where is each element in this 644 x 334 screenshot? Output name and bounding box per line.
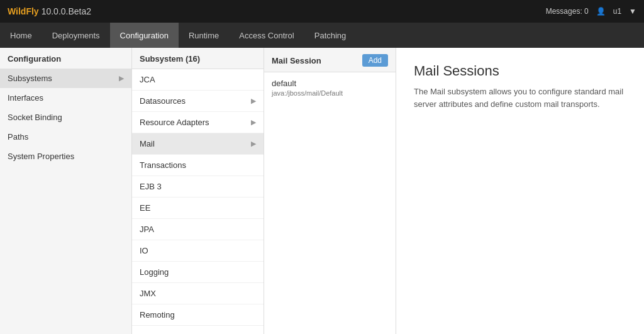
user-dropdown-icon[interactable]: ▼ xyxy=(629,7,636,16)
navbar: Home Deployments Configuration Runtime A… xyxy=(0,23,644,48)
mail-session-item-default[interactable]: default java:/jboss/mail/Default xyxy=(264,72,396,103)
subsystem-transactions-label: Transactions xyxy=(140,160,186,170)
nav-configuration[interactable]: Configuration xyxy=(110,23,179,48)
sidebar-item-subsystems[interactable]: Subsystems ▶ xyxy=(0,69,131,88)
sidebar-socket-binding-label: Socket Binding xyxy=(8,113,62,122)
mail-session-path: java:/jboss/mail/Default xyxy=(272,89,388,97)
sidebar-header: Configuration xyxy=(0,48,131,69)
subsystem-remoting-label: Remoting xyxy=(140,310,175,320)
mail-session-title: Mail Session xyxy=(272,56,321,65)
sidebar-item-paths[interactable]: Paths xyxy=(0,127,131,147)
subsystem-item-ejb3[interactable]: EJB 3 xyxy=(132,176,264,198)
mail-session-panel: Mail Session Add default java:/jboss/mai… xyxy=(264,48,396,334)
subsystem-item-remoting[interactable]: Remoting xyxy=(132,304,264,326)
brand-wildfly: WildFly xyxy=(8,6,39,16)
subsystem-item-logging[interactable]: Logging xyxy=(132,262,264,283)
subsystem-header: Subsystem (16) xyxy=(132,48,264,69)
topbar-left: WildFly10.0.0.Beta2 xyxy=(8,6,91,16)
main-layout: Configuration Subsystems ▶ Interfaces So… xyxy=(0,48,644,334)
content-description: The Mail subsystem allows you to configu… xyxy=(414,86,626,110)
sidebar-item-socket-binding[interactable]: Socket Binding xyxy=(0,108,131,127)
chevron-right-icon: ▶ xyxy=(251,140,256,148)
user-icon: 👤 xyxy=(596,7,606,16)
subsystem-item-transactions[interactable]: Transactions xyxy=(132,155,264,176)
subsystem-jca-label: JCA xyxy=(140,75,155,84)
subsystem-jmx-label: JMX xyxy=(140,289,156,298)
subsystem-ee-label: EE xyxy=(140,203,150,213)
nav-runtime[interactable]: Runtime xyxy=(179,23,229,48)
sidebar: Configuration Subsystems ▶ Interfaces So… xyxy=(0,48,132,334)
subsystem-item-io[interactable]: IO xyxy=(132,240,264,262)
subsystem-io-label: IO xyxy=(140,246,148,255)
subsystem-logging-label: Logging xyxy=(140,267,169,277)
sidebar-system-properties-label: System Properties xyxy=(8,152,74,161)
subsystem-jpa-label: JPA xyxy=(140,225,154,234)
mail-session-name: default xyxy=(272,79,388,88)
mail-session-header: Mail Session Add xyxy=(264,48,396,72)
topbar-right: Messages: 0 👤 u1 ▼ xyxy=(546,7,636,16)
subsystem-mail-label: Mail xyxy=(140,139,155,148)
subsystem-item-ee[interactable]: EE xyxy=(132,198,264,219)
messages-label: Messages: 0 xyxy=(546,7,589,16)
subsystem-datasources-label: Datasources xyxy=(140,96,186,106)
sidebar-paths-label: Paths xyxy=(8,132,28,142)
content-title: Mail Sessions xyxy=(414,63,626,79)
nav-access-control[interactable]: Access Control xyxy=(229,23,304,48)
sidebar-interfaces-label: Interfaces xyxy=(8,93,43,103)
brand-version: 10.0.0.Beta2 xyxy=(42,6,91,16)
content-panel: Mail Sessions The Mail subsystem allows … xyxy=(396,48,644,334)
nav-deployments[interactable]: Deployments xyxy=(42,23,110,48)
chevron-right-icon: ▶ xyxy=(251,97,256,105)
sidebar-item-system-properties[interactable]: System Properties xyxy=(0,147,131,166)
subsystem-resource-adapters-label: Resource Adapters xyxy=(140,118,209,127)
subsystem-item-resource-adapters[interactable]: Resource Adapters ▶ xyxy=(132,112,264,133)
app-brand: WildFly10.0.0.Beta2 xyxy=(8,6,91,16)
chevron-right-icon: ▶ xyxy=(251,118,256,126)
subsystem-item-datasources[interactable]: Datasources ▶ xyxy=(132,91,264,112)
subsystem-item-jca[interactable]: JCA xyxy=(132,69,264,91)
chevron-right-icon: ▶ xyxy=(119,74,124,82)
sidebar-subsystems-label: Subsystems xyxy=(8,74,52,83)
add-mail-session-button[interactable]: Add xyxy=(362,54,388,67)
sidebar-item-interfaces[interactable]: Interfaces xyxy=(0,88,131,108)
subsystem-item-jmx[interactable]: JMX xyxy=(132,283,264,304)
nav-patching[interactable]: Patching xyxy=(304,23,357,48)
subsystem-ejb3-label: EJB 3 xyxy=(140,182,162,191)
subsystem-item-jpa[interactable]: JPA xyxy=(132,219,264,240)
nav-home[interactable]: Home xyxy=(0,23,42,48)
subsystem-panel: Subsystem (16) JCA Datasources ▶ Resourc… xyxy=(132,48,264,334)
topbar: WildFly10.0.0.Beta2 Messages: 0 👤 u1 ▼ xyxy=(0,0,644,23)
subsystem-item-mail[interactable]: Mail ▶ xyxy=(132,133,264,155)
user-label[interactable]: u1 xyxy=(613,7,621,16)
